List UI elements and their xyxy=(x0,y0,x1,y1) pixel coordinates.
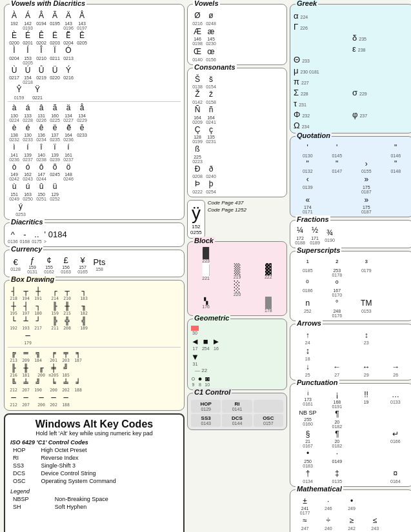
fractions-label: Fractions xyxy=(296,215,330,223)
diacritics-section: Diacritics ^0136 -0168 ..0175 '> 0184 xyxy=(4,222,185,247)
c1-control-section: C1 Control HOP0129 RI0141 SS30143 DCS014… xyxy=(187,393,287,430)
special-y-codes: 1520255 xyxy=(190,224,202,235)
column-2: Vowels Ø0216 ø0248 Æ1460198 æ1450230 Œ01… xyxy=(187,4,287,532)
currency-label: Currency xyxy=(10,245,43,253)
arrows-section: Arrows ↑24 ↕23 ↨18 ↓25 ←27 ↔29 →26 xyxy=(290,324,411,380)
special-y-char: ÿ xyxy=(192,203,201,224)
column-1: Vowels with Diacritics À192 Á1420193 Â01… xyxy=(4,4,185,532)
arrows-label: Arrows xyxy=(296,319,323,327)
block-label: Block xyxy=(193,237,215,244)
codepage-1252-label: Code Page 1252 xyxy=(208,207,246,213)
windows-title: Windows Alt Key Codes xyxy=(10,419,178,430)
superscripts-section: Superscripts ¹0185 ²2530178 ³0179 ⁰0186 … xyxy=(290,251,411,321)
currency-section: Currency €0128 ƒ1590131 ¢1550162 £156016… xyxy=(4,250,185,277)
consonants-section: Consonants Š0138 š0154 Ž0142 ž0158 Ñ1640… xyxy=(187,68,287,197)
special-y-box: ÿ 1520255 xyxy=(187,200,205,239)
fractions-section: Fractions ¼1720188 ½1710189 ¾0190 xyxy=(290,220,411,248)
greek-label: Greek xyxy=(296,0,318,7)
diacritics-label: Diacritics xyxy=(10,218,45,226)
geometric-label: Geometric xyxy=(193,314,230,322)
c1-control-label: C1 Control xyxy=(193,388,232,396)
vowels-diacritics-section: Vowels with Diacritics À192 Á1420193 Â01… xyxy=(4,4,185,220)
vowels-label: Vowels xyxy=(193,0,220,7)
legend-section: Legend NBSPNon-Breaking Space SHSoft Hyp… xyxy=(10,488,178,511)
mathematical-section: Mathematical ±2410177 ·246 •249 ≈247 ÷24… xyxy=(290,489,411,533)
box-drawing-section: Box Drawing ┤218 ┬194 ┼191 ┌214 ┬210 ┐18… xyxy=(4,280,185,411)
column-3: Greek α224 Γ226 δ235 ε238 Θ233 μ230 0181… xyxy=(290,4,411,532)
greek-section: Greek α224 Γ226 δ235 ε238 Θ233 μ230 0181… xyxy=(290,4,411,133)
punctuation-section: Punctuation i1730161 ¡1680191 !!19 …0133… xyxy=(290,383,411,487)
windows-subtitle: Hold left 'Alt' key while using numeric … xyxy=(10,430,178,437)
superscripts-label: Superscripts xyxy=(296,246,341,254)
vowels-section: Vowels Ø0216 ø0248 Æ1460198 æ1450230 Œ01… xyxy=(187,4,287,65)
consonants-label: Consonants xyxy=(193,63,237,71)
quotation-section: Quotation '0130 '0145 "0146 "0132 "0147 … xyxy=(290,136,411,217)
control-codes-label: ISO 6429 'C1' Control Codes xyxy=(10,439,178,446)
control-codes-table: HOPHigh Octet Preset RIReverse Index SS3… xyxy=(10,446,178,486)
page-container: Vowels with Diacritics À192 Á1420193 Â01… xyxy=(4,4,407,532)
geometric-section: Geometric 30 ◄17 ■254 ►16 ▼31 — 22 xyxy=(187,319,287,390)
block-section: Block █223 █221 ▒219 ▓222 ░220 ▚176 █178 xyxy=(187,241,287,316)
quotation-label: Quotation xyxy=(296,132,332,139)
vowels-diacritics-label: Vowels with Diacritics xyxy=(10,0,86,7)
windows-altkey-section: Windows Alt Key Codes Hold left 'Alt' ke… xyxy=(4,413,185,532)
mathematical-label: Mathematical xyxy=(296,485,343,493)
codepage-437-label: Code Page 437 xyxy=(208,200,246,206)
punctuation-label: Punctuation xyxy=(296,379,339,386)
box-drawing-label: Box Drawing xyxy=(10,275,55,283)
